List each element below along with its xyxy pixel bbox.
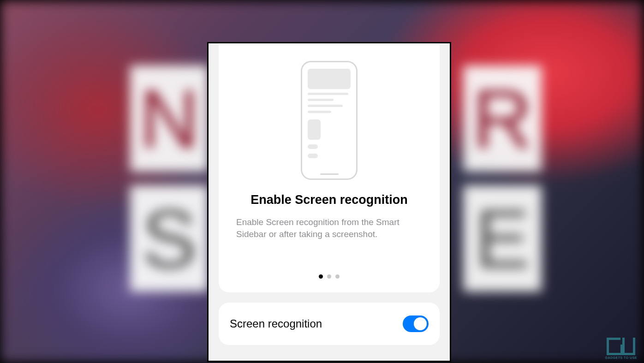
phone-screenshot-frame: Enable Screen recognition Enable Screen … — [207, 42, 451, 362]
toggle-knob — [414, 317, 427, 330]
phone-illustration-icon — [301, 61, 358, 180]
onboarding-description: Enable Screen recognition from the Smart… — [236, 216, 422, 240]
watermark-logo: GADGETS TO USE — [605, 338, 638, 359]
bg-letter-r: R — [463, 65, 542, 172]
bg-letter-s: S — [130, 185, 209, 292]
settings-screen: Enable Screen recognition Enable Screen … — [209, 43, 450, 361]
gu-logo-icon — [607, 338, 635, 355]
onboarding-title: Enable Screen recognition — [250, 193, 408, 207]
screen-recognition-row[interactable]: Screen recognition — [219, 303, 440, 345]
bg-letter-e: E — [463, 185, 542, 292]
screen-recognition-toggle[interactable] — [403, 315, 429, 332]
page-indicator[interactable] — [319, 274, 340, 279]
onboarding-card[interactable]: Enable Screen recognition Enable Screen … — [219, 43, 440, 292]
page-dot-1[interactable] — [319, 274, 323, 279]
watermark-text: GADGETS TO USE — [605, 356, 638, 359]
page-dot-3[interactable] — [335, 274, 340, 279]
bg-letter-n: N — [130, 65, 209, 172]
page-dot-2[interactable] — [327, 274, 331, 279]
toggle-label: Screen recognition — [230, 317, 322, 330]
